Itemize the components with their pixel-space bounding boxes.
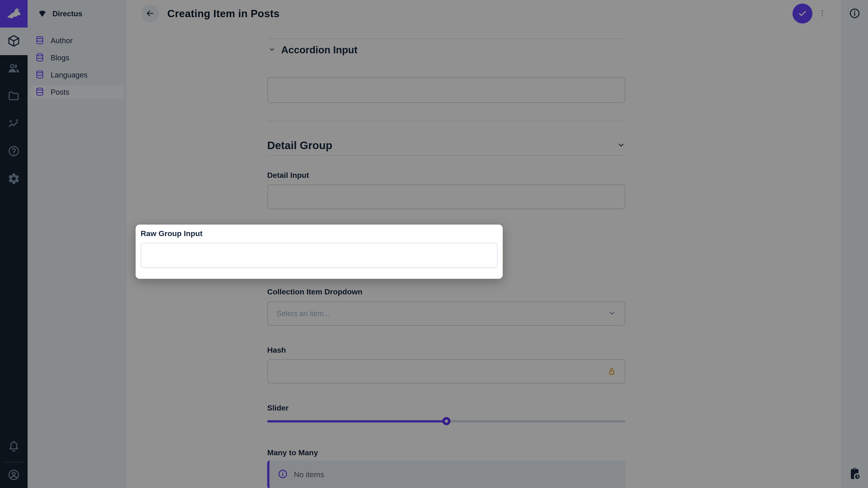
directus-app: Directus Author Blogs Languages Posts bbox=[0, 0, 868, 488]
raw-group-input-label: Raw Group Input bbox=[141, 229, 203, 238]
raw-group-input-spotlight-card: Raw Group Input bbox=[135, 225, 503, 279]
raw-group-input-field[interactable] bbox=[141, 242, 498, 268]
